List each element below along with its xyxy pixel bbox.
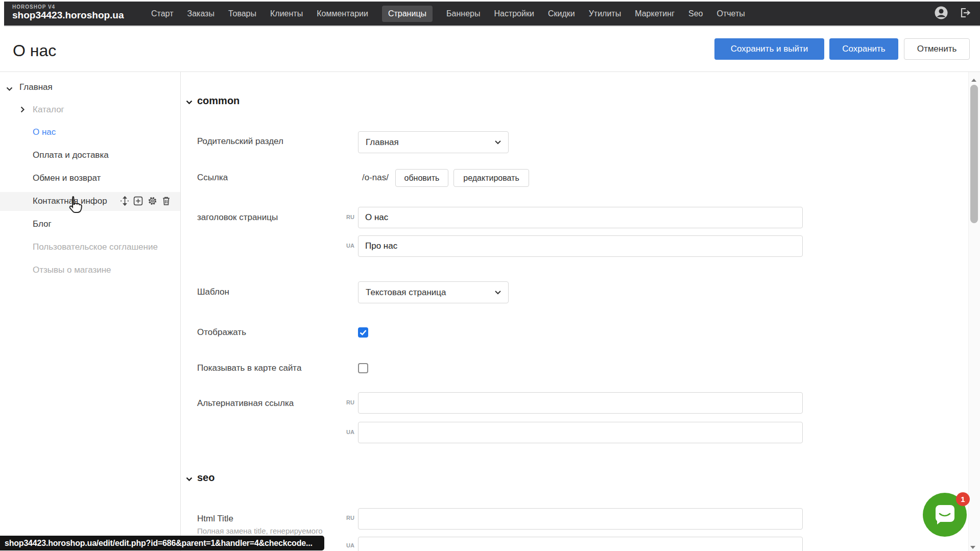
- nav-right-icons: [934, 2, 971, 26]
- page: HOROSHOP V4 shop34423.horoshop.ua Старт …: [0, 0, 980, 551]
- alt-link-ua-input[interactable]: [358, 422, 803, 443]
- page-title-ua-value: Про нас: [365, 241, 397, 251]
- nav-item-utilities[interactable]: Утилиты: [589, 6, 622, 22]
- gear-icon[interactable]: [148, 196, 157, 208]
- scrollbar-up-arrow[interactable]: [971, 75, 977, 84]
- chevron-down-icon[interactable]: [6, 84, 13, 93]
- template-label: Шаблон: [197, 287, 229, 297]
- cancel-button[interactable]: Отменить: [904, 38, 970, 60]
- chat-unread-badge: 1: [956, 492, 970, 506]
- sidebar-item-o-nas[interactable]: О нас: [33, 127, 56, 137]
- sidebar-item-katalog[interactable]: Каталог: [33, 105, 64, 115]
- scrollbar-thumb[interactable]: [970, 85, 978, 223]
- link-refresh-button[interactable]: обновить: [395, 169, 448, 187]
- trash-icon[interactable]: [162, 196, 171, 208]
- page-title-ru-input[interactable]: О нас: [358, 207, 803, 228]
- sidebar-item-oplata[interactable]: Оплата и доставка: [33, 150, 109, 160]
- section-seo-title[interactable]: seo: [197, 472, 214, 484]
- html-title-label: Html Title: [197, 514, 233, 524]
- nav-item-marketing[interactable]: Маркетинг: [635, 6, 675, 22]
- nav-item-reports[interactable]: Отчеты: [716, 6, 745, 22]
- nav-item-banners[interactable]: Баннеры: [446, 6, 480, 22]
- alt-link-badge-ua: UA: [342, 429, 354, 435]
- html-title-ru-input[interactable]: [358, 508, 803, 530]
- page-title-label: заголовок страницы: [197, 212, 278, 223]
- html-title-ua-input[interactable]: [358, 537, 803, 551]
- sidebar-item-polzovatelskoe[interactable]: Пользовательское соглашение: [33, 242, 158, 252]
- nav-item-products[interactable]: Товары: [228, 6, 256, 22]
- sitemap-label: Показывать в карте сайта: [197, 363, 301, 373]
- nav-menu: Старт Заказы Товары Клиенты Комментарии …: [151, 2, 745, 26]
- section-seo-chevron-icon[interactable]: [186, 474, 193, 484]
- lang-badge-ua: UA: [342, 243, 354, 249]
- alt-link-label: Альтернативная ссылка: [197, 398, 294, 409]
- html-title-badge-ua: UA: [342, 542, 354, 548]
- page-title-ua-input[interactable]: Про нас: [358, 235, 803, 257]
- nav-item-comments[interactable]: Комментарии: [317, 6, 368, 22]
- nav-item-pages[interactable]: Страницы: [382, 6, 433, 22]
- save-and-exit-button[interactable]: Сохранить и выйти: [714, 38, 824, 60]
- top-navbar: HOROSHOP V4 shop34423.horoshop.ua Старт …: [4, 2, 980, 26]
- nav-item-discounts[interactable]: Скидки: [548, 6, 575, 22]
- alt-link-badge-ru: RU: [342, 399, 354, 405]
- link-path: /o-nas/: [362, 173, 389, 183]
- display-checkbox[interactable]: [358, 327, 368, 338]
- add-icon[interactable]: [133, 196, 143, 208]
- sitemap-checkbox[interactable]: [358, 363, 368, 373]
- scrollbar-down-arrow[interactable]: [970, 542, 976, 551]
- html-title-badge-ru: RU: [342, 515, 354, 521]
- nav-item-start[interactable]: Старт: [151, 6, 173, 22]
- header-divider: [0, 71, 980, 72]
- parent-section-select[interactable]: Главная: [358, 131, 509, 153]
- sidebar-item-glavnaya[interactable]: Главная: [19, 82, 53, 92]
- display-label: Отображать: [197, 327, 246, 338]
- nav-item-seo[interactable]: Seo: [688, 6, 703, 22]
- move-icon[interactable]: [120, 196, 130, 208]
- nav-item-settings[interactable]: Настройки: [494, 6, 534, 22]
- sidebar-item-otzyvy[interactable]: Отзывы о магазине: [33, 265, 111, 275]
- logo-domain: shop34423.horoshop.ua: [12, 10, 124, 21]
- parent-section-label: Родительский раздел: [197, 136, 283, 147]
- nav-item-orders[interactable]: Заказы: [187, 6, 214, 22]
- save-button[interactable]: Сохранить: [829, 38, 898, 60]
- sidebar-divider: [180, 72, 181, 551]
- logout-icon[interactable]: [959, 7, 971, 21]
- sidebar-item-blog[interactable]: Блог: [33, 219, 52, 229]
- logo-version: HOROSHOP V4: [12, 4, 124, 10]
- link-label: Ссылка: [197, 173, 228, 183]
- mouse-cursor: [66, 196, 83, 216]
- template-value: Текстовая страница: [366, 288, 446, 298]
- page-title-ru-value: О нас: [365, 212, 388, 223]
- nav-item-clients[interactable]: Клиенты: [270, 6, 303, 22]
- template-select[interactable]: Текстовая страница: [358, 281, 509, 303]
- section-common-chevron-icon[interactable]: [186, 98, 193, 107]
- html-title-hint: Полная замена title, генерируемого: [197, 526, 323, 535]
- account-icon[interactable]: [934, 6, 948, 22]
- logo[interactable]: HOROSHOP V4 shop34423.horoshop.ua: [12, 4, 124, 21]
- alt-link-ru-input[interactable]: [358, 392, 803, 414]
- parent-section-value: Главная: [366, 137, 399, 148]
- status-url-tooltip: shop34423.horoshop.ua/edit/edit.php?id=6…: [0, 536, 324, 550]
- chevron-right-icon[interactable]: [20, 106, 25, 115]
- section-common-title[interactable]: common: [197, 95, 240, 107]
- lang-badge-ru: RU: [342, 214, 354, 220]
- link-edit-button[interactable]: редактировать: [453, 169, 529, 187]
- sidebar-item-obmen[interactable]: Обмен и возврат: [33, 173, 101, 183]
- page-title: О нас: [13, 41, 56, 60]
